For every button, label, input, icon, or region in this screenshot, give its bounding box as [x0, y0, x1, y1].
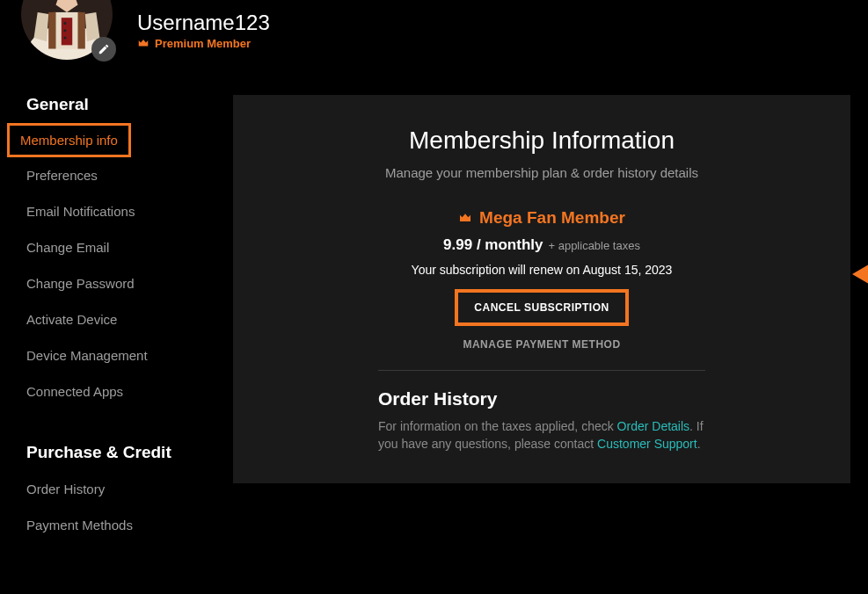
crown-icon — [137, 37, 150, 49]
section-heading-purchase: Purchase & Credit — [26, 443, 233, 462]
svg-rect-3 — [48, 12, 55, 49]
svg-rect-5 — [62, 18, 72, 45]
nav-group-purchase: Purchase & Credit Order History Payment … — [26, 443, 233, 543]
svg-rect-4 — [77, 12, 84, 49]
renew-note: Your subscription will renew on August 1… — [233, 263, 850, 277]
cancel-subscription-button[interactable]: CANCEL SUBSCRIPTION — [455, 289, 628, 326]
svg-point-6 — [63, 22, 66, 25]
svg-point-7 — [63, 29, 66, 32]
manage-payment-method-button[interactable]: MANAGE PAYMENT METHOD — [233, 338, 850, 351]
page-subtitle: Manage your membership plan & order hist… — [233, 165, 850, 180]
order-history-section: Order History For information on the tax… — [378, 388, 705, 453]
profile-header: Username123 Premium Member — [0, 0, 868, 69]
sidebar: General Membership info Preferences Emai… — [0, 95, 233, 543]
pencil-icon — [98, 43, 110, 55]
section-heading-general: General — [26, 95, 233, 114]
premium-badge-row: Premium Member — [137, 37, 270, 50]
sidebar-item-order-history[interactable]: Order History — [26, 471, 105, 507]
order-text-pre: For information on the taxes applied, ch… — [378, 419, 617, 433]
tax-note: + applicable taxes — [548, 239, 639, 252]
sidebar-item-email-notifications[interactable]: Email Notifications — [26, 193, 135, 229]
order-history-text: For information on the taxes applied, ch… — [378, 418, 705, 453]
layout: General Membership info Preferences Emai… — [0, 69, 868, 543]
sidebar-item-membership-info[interactable]: Membership info — [7, 123, 131, 157]
crown-icon — [458, 211, 472, 225]
edit-avatar-button[interactable] — [91, 37, 116, 62]
sidebar-item-change-password[interactable]: Change Password — [26, 265, 135, 301]
plan-row: Mega Fan Member — [233, 208, 850, 228]
divider — [378, 370, 705, 371]
sidebar-item-activate-device[interactable]: Activate Device — [26, 301, 117, 337]
nav-group-general: General Membership info Preferences Emai… — [26, 95, 233, 409]
svg-point-8 — [63, 36, 66, 39]
sidebar-item-change-email[interactable]: Change Email — [26, 229, 109, 265]
sidebar-item-connected-apps[interactable]: Connected Apps — [26, 373, 123, 409]
sidebar-item-preferences[interactable]: Preferences — [26, 157, 98, 193]
user-info: Username123 Premium Member — [137, 11, 270, 50]
order-history-heading: Order History — [378, 388, 705, 409]
price: 9.99 / monthly — [443, 236, 543, 254]
order-text-post: . — [697, 437, 701, 451]
plan-name: Mega Fan Member — [479, 208, 625, 228]
content-inner: Membership Information Manage your membe… — [233, 127, 850, 453]
avatar-wrap — [21, 0, 113, 60]
order-details-link[interactable]: Order Details — [617, 419, 689, 433]
content-panel: Membership Information Manage your membe… — [233, 95, 850, 483]
premium-badge-label: Premium Member — [155, 37, 251, 50]
page-title: Membership Information — [233, 127, 850, 155]
username: Username123 — [137, 11, 270, 35]
sidebar-item-payment-methods[interactable]: Payment Methods — [26, 507, 133, 543]
price-row: 9.99 / monthly + applicable taxes — [233, 236, 850, 254]
sidebar-item-device-management[interactable]: Device Management — [26, 337, 148, 373]
annotation-arrow-icon — [852, 247, 868, 301]
customer-support-link[interactable]: Customer Support — [597, 437, 697, 451]
